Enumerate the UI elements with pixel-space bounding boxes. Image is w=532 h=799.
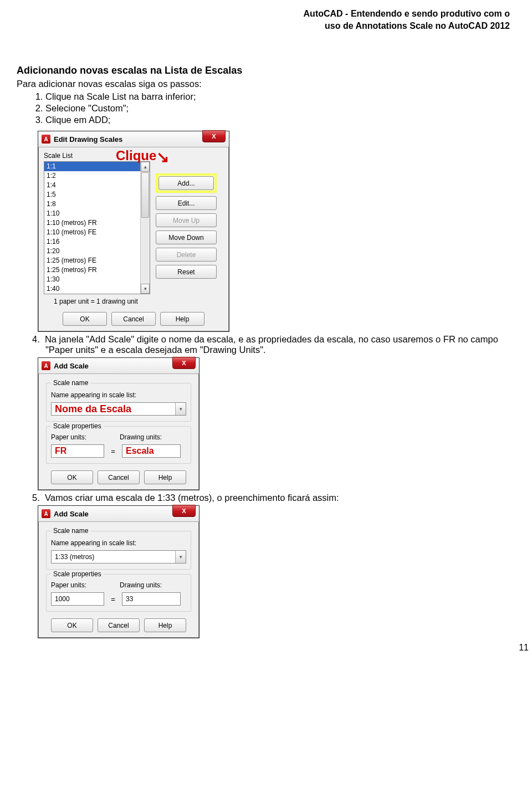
ok-button[interactable]: OK xyxy=(63,312,107,326)
dialog-title: Add Scale xyxy=(54,362,89,370)
scrollbar[interactable]: ▴ ▾ xyxy=(140,162,150,294)
list-item[interactable]: 1:20 xyxy=(44,247,140,256)
step-2: Selecione "Custom"; xyxy=(45,103,515,114)
scale-name-value: 1:33 (metros) xyxy=(55,553,94,561)
add-button-highlight: Add... xyxy=(156,173,217,193)
drawing-units-value: Escala xyxy=(126,446,154,456)
help-button[interactable]: Help xyxy=(144,470,186,484)
delete-button[interactable]: Delete xyxy=(156,248,217,262)
cancel-button[interactable]: Cancel xyxy=(98,618,140,632)
ok-button[interactable]: OK xyxy=(51,470,93,484)
paper-units-input[interactable]: 1000 xyxy=(51,592,104,606)
equals-label: = xyxy=(110,447,116,455)
step-4-text: Na janela "Add Scale" digite o nome da e… xyxy=(45,334,498,355)
list-item[interactable]: 1:4 xyxy=(44,181,140,190)
list-item[interactable]: 1:25 (metros) FE xyxy=(44,256,140,265)
edit-button[interactable]: Edit... xyxy=(156,196,217,210)
name-label: Name appearing in scale list: xyxy=(51,391,186,399)
chevron-down-icon[interactable]: ▾ xyxy=(175,403,186,415)
close-button[interactable]: X xyxy=(202,130,226,142)
equals-label: = xyxy=(110,595,116,603)
header-line1: AutoCAD - Entendendo e sendo produtivo c… xyxy=(17,8,510,20)
list-item[interactable]: 1:10 xyxy=(44,209,140,218)
page-number: 11 xyxy=(519,643,529,653)
ok-button[interactable]: OK xyxy=(51,618,93,632)
scale-properties-legend: Scale properties xyxy=(51,570,104,578)
drawing-units-value: 33 xyxy=(126,595,133,603)
dialog-title: Add Scale xyxy=(54,510,89,518)
status-text: 1 paper unit = 1 drawing unit xyxy=(54,298,223,305)
clique-annotation: Clique xyxy=(116,148,156,163)
movedown-button[interactable]: Move Down xyxy=(156,231,217,244)
drawing-units-input[interactable]: Escala xyxy=(122,444,181,458)
list-item[interactable]: 1:8 xyxy=(44,199,140,209)
scale-properties-legend: Scale properties xyxy=(51,422,104,430)
add-scale-dialog-1: A Add Scale X Scale name Name appearing … xyxy=(38,357,200,490)
scroll-thumb[interactable] xyxy=(141,172,149,218)
step-5-text: Vamos criar uma escala de 1:33 (metros),… xyxy=(45,493,339,503)
scale-name-legend: Scale name xyxy=(51,527,90,535)
scale-name-legend: Scale name xyxy=(51,379,90,387)
cancel-button[interactable]: Cancel xyxy=(111,312,156,326)
add-scale-dialog-2: A Add Scale X Scale name Name appearing … xyxy=(38,505,200,638)
scale-listbox[interactable]: 1:1 1:2 1:4 1:5 1:8 1:10 1:10 (metros) F… xyxy=(44,161,150,294)
scale-name-input[interactable]: Nome da Escala ▾ xyxy=(51,402,186,416)
scale-name-input[interactable]: 1:33 (metros) ▾ xyxy=(51,550,186,564)
paper-units-value: 1000 xyxy=(55,595,70,603)
app-icon: A xyxy=(42,361,50,370)
list-item[interactable]: 1:5 xyxy=(44,190,140,199)
list-item[interactable]: 1:10 (metros) FR xyxy=(44,218,140,228)
step-5-num: 5. xyxy=(32,493,40,503)
list-item[interactable]: 1:30 xyxy=(44,275,140,284)
scroll-down-icon[interactable]: ▾ xyxy=(141,284,150,294)
page-header: AutoCAD - Entendendo e sendo produtivo c… xyxy=(17,0,515,32)
titlebar: A Add Scale X xyxy=(38,358,199,374)
app-icon: A xyxy=(42,135,50,144)
cancel-button[interactable]: Cancel xyxy=(98,470,140,484)
step-3: Clique em ADD; xyxy=(45,115,515,125)
chevron-down-icon[interactable]: ▾ xyxy=(175,551,186,563)
add-button[interactable]: Add... xyxy=(158,176,214,190)
help-button[interactable]: Help xyxy=(144,618,186,632)
list-item[interactable]: 1:10 (metros) FE xyxy=(44,228,140,237)
intro-text: Para adicionar novas escalas siga os pas… xyxy=(17,79,515,89)
list-item[interactable]: 1:16 xyxy=(44,237,140,247)
step-4-num: 4. xyxy=(32,334,40,344)
drawing-units-label: Drawing units: xyxy=(120,581,162,589)
help-button[interactable]: Help xyxy=(160,312,204,326)
arrow-annotation: ↘ xyxy=(156,148,169,166)
paper-units-label: Paper units: xyxy=(51,581,86,589)
titlebar: A Add Scale X xyxy=(38,506,199,522)
paper-units-label: Paper units: xyxy=(51,433,86,441)
drawing-units-input[interactable]: 33 xyxy=(122,592,181,606)
steps-list: Clique na Scale List na barra inferior; … xyxy=(17,91,515,125)
list-item[interactable]: 1:40 xyxy=(44,284,140,294)
close-button[interactable]: X xyxy=(172,357,196,369)
app-icon: A xyxy=(42,509,50,518)
scale-name-value: Nome da Escala xyxy=(55,403,131,415)
drawing-units-label: Drawing units: xyxy=(120,433,162,441)
paper-units-value: FR xyxy=(55,446,66,456)
reset-button[interactable]: Reset xyxy=(156,265,217,279)
paper-units-input[interactable]: FR xyxy=(51,444,104,458)
name-label: Name appearing in scale list: xyxy=(51,539,186,547)
dialog-title: Edit Drawing Scales xyxy=(54,135,122,144)
moveup-button[interactable]: Move Up xyxy=(156,213,217,227)
titlebar: A Edit Drawing Scales X xyxy=(38,131,229,147)
section-title: Adicionando novas escalas na Lista de Es… xyxy=(17,65,515,76)
edit-scales-dialog: A Edit Drawing Scales X Scale List Cliqu… xyxy=(38,131,229,332)
close-button[interactable]: X xyxy=(172,505,196,517)
list-item[interactable]: 1:25 (metros) FR xyxy=(44,265,140,275)
step-1: Clique na Scale List na barra inferior; xyxy=(45,91,515,102)
step-5: 5. Vamos criar uma escala de 1:33 (metro… xyxy=(45,493,515,503)
list-item[interactable]: 1:2 xyxy=(44,171,140,181)
step-4: 4. Na janela "Add Scale" digite o nome d… xyxy=(45,334,515,355)
header-line2: uso de Annotations Scale no AutoCAD 2012 xyxy=(17,20,510,32)
